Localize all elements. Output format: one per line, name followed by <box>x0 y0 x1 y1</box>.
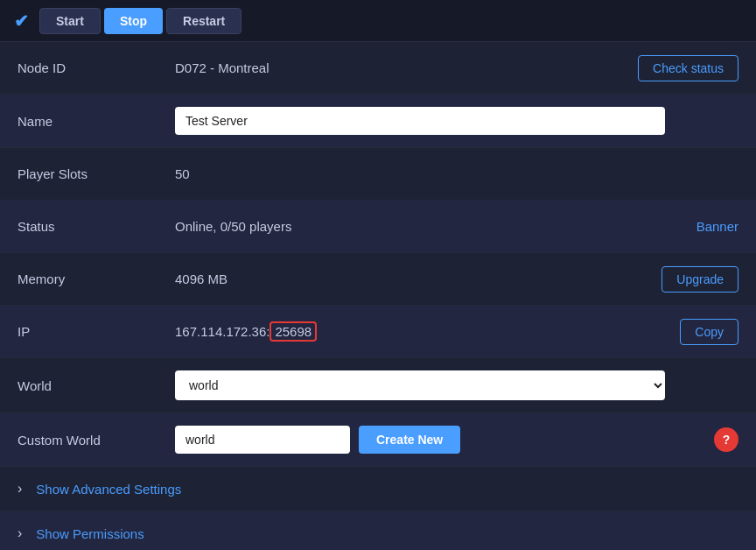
create-new-button[interactable]: Create New <box>359 426 460 454</box>
name-label: Name <box>18 114 175 129</box>
advanced-settings-row[interactable]: › Show Advanced Settings <box>0 467 756 511</box>
check-status-button[interactable]: Check status <box>638 55 738 81</box>
server-controls: Start Stop Restart <box>39 8 242 34</box>
status-row: Status Online, 0/50 players Banner <box>0 201 756 253</box>
help-button[interactable]: ? <box>714 427 738 452</box>
ip-value: 167.114.172.36:25698 <box>175 324 680 339</box>
node-id-row: Node ID D072 - Montreal Check status <box>0 42 756 95</box>
custom-world-controls: Create New <box>175 426 705 454</box>
status-action: Banner <box>696 219 738 234</box>
show-advanced-button[interactable]: Show Advanced Settings <box>36 482 181 497</box>
ip-action: Copy <box>680 319 738 345</box>
world-row: World world <box>0 358 756 413</box>
advanced-chevron-icon: › <box>18 481 22 497</box>
ip-row: IP 167.114.172.36:25698 Copy <box>0 306 756 358</box>
world-select[interactable]: world <box>175 370 665 400</box>
player-slots-row: Player Slots 50 <box>0 148 756 201</box>
start-button[interactable]: Start <box>39 8 101 34</box>
show-permissions-button[interactable]: Show Permissions <box>36 526 144 541</box>
name-row: Name <box>0 95 756 148</box>
name-input[interactable] <box>175 107 665 135</box>
name-input-wrapper <box>175 107 738 135</box>
check-icon: ✔ <box>14 11 29 32</box>
upgrade-button[interactable]: Upgrade <box>662 266 738 293</box>
custom-world-input[interactable] <box>175 426 350 454</box>
permissions-chevron-icon: › <box>18 525 22 541</box>
node-id-label: Node ID <box>18 60 175 75</box>
memory-value: 4096 MB <box>175 271 662 286</box>
memory-row: Memory 4096 MB Upgrade <box>0 253 756 306</box>
node-id-value: D072 - Montreal <box>175 60 638 75</box>
permissions-row[interactable]: › Show Permissions <box>0 511 756 550</box>
banner-button[interactable]: Banner <box>696 219 738 234</box>
memory-label: Memory <box>18 271 175 286</box>
memory-action: Upgrade <box>662 266 738 293</box>
player-slots-label: Player Slots <box>18 166 175 181</box>
status-value: Online, 0/50 players <box>175 219 696 234</box>
ip-label: IP <box>18 324 175 339</box>
stop-button[interactable]: Stop <box>104 8 163 34</box>
restart-button[interactable]: Restart <box>166 8 242 34</box>
top-bar: ✔ Start Stop Restart <box>0 0 756 42</box>
world-label: World <box>18 378 175 393</box>
content-area: Node ID D072 - Montreal Check status Nam… <box>0 42 756 550</box>
node-id-action: Check status <box>638 55 738 81</box>
world-select-wrapper: world <box>175 370 738 400</box>
copy-button[interactable]: Copy <box>680 319 738 345</box>
status-label: Status <box>18 219 175 234</box>
custom-world-label: Custom World <box>18 433 175 448</box>
player-slots-value: 50 <box>175 166 738 181</box>
ip-prefix: 167.114.172.36: <box>175 324 270 339</box>
ip-port: 25698 <box>270 321 317 342</box>
custom-world-row: Custom World Create New ? <box>0 413 756 467</box>
